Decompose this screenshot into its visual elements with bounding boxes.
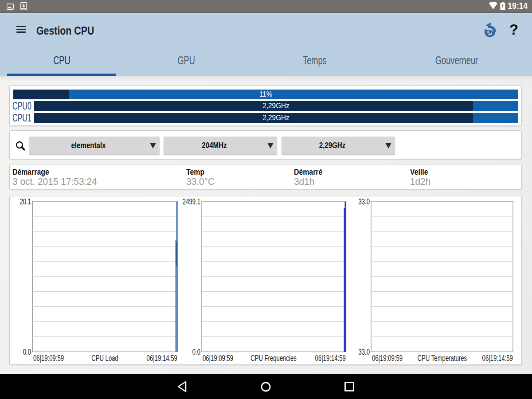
svg-text:ON: ON <box>486 29 494 35</box>
